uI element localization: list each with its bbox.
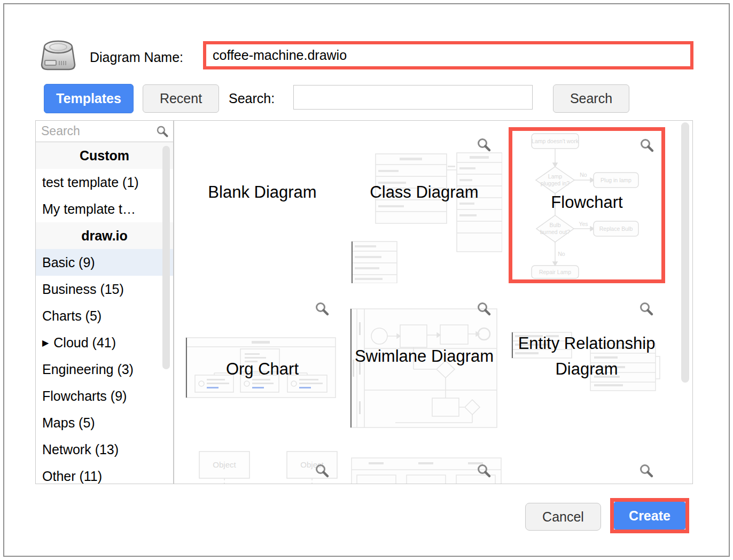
svg-text:Object: Object <box>213 460 236 469</box>
template-title: Class Diagram <box>346 180 502 205</box>
svg-text:No: No <box>580 172 587 178</box>
template-tile-blank-diagram[interactable]: Blank Diagram <box>184 127 340 283</box>
template-grid: Blank Diagram <box>174 120 693 484</box>
template-tile-partial-3[interactable] <box>509 450 665 484</box>
svg-text:No: No <box>558 251 565 257</box>
svg-text:burned out?: burned out? <box>540 229 570 235</box>
svg-text:Lamp: Lamp <box>548 173 562 180</box>
template-search-input[interactable] <box>293 85 533 110</box>
preview-zoom-icon[interactable] <box>639 301 654 316</box>
template-tile-partial-2[interactable] <box>346 450 502 484</box>
sidebar-list: Custom test template (1) My template t… … <box>36 142 173 484</box>
search-icon <box>156 125 169 138</box>
sidebar-item-engineering[interactable]: Engineering (3) <box>36 356 173 383</box>
svg-text:plugged in?: plugged in? <box>541 180 570 186</box>
preview-zoom-icon[interactable] <box>639 463 654 478</box>
sidebar-search-input[interactable] <box>36 121 173 142</box>
sidebar-item-label: Cloud (41) <box>53 335 116 350</box>
preview-zoom-icon[interactable] <box>477 301 492 316</box>
sidebar-item-test-template[interactable]: test template (1) <box>36 169 173 196</box>
annotation-highlight-name <box>203 41 693 69</box>
cancel-button[interactable]: Cancel <box>525 503 601 531</box>
template-tile-partial-1[interactable]: Object Object <box>184 450 340 484</box>
sidebar-header-drawio: draw.io <box>36 222 173 249</box>
template-title: Blank Diagram <box>184 180 340 205</box>
tab-templates[interactable]: Templates <box>44 84 134 113</box>
disk-drive-icon <box>37 35 79 73</box>
preview-zoom-icon[interactable] <box>477 137 492 152</box>
annotation-highlight-create: Create <box>610 498 689 533</box>
sidebar-item-business[interactable]: Business (15) <box>36 276 173 302</box>
sidebar-item-cloud[interactable]: ▶Cloud (41) <box>36 329 173 356</box>
template-title: Entity Relationship Diagram <box>509 331 665 382</box>
sidebar-header-custom: Custom <box>36 142 173 169</box>
template-tile-swimlane-diagram[interactable]: Swimlane Diagram <box>346 291 502 447</box>
template-grid-scrollbar-thumb[interactable] <box>681 122 689 383</box>
sidebar-item-other[interactable]: Other (11) <box>36 463 173 484</box>
svg-text:Plug in lamp: Plug in lamp <box>601 177 631 183</box>
diagram-name-label: Diagram Name: <box>90 48 183 66</box>
template-tile-org-chart[interactable]: Org Chart <box>184 291 340 447</box>
sidebar-item-maps[interactable]: Maps (5) <box>36 409 173 436</box>
svg-text:Yes: Yes <box>579 221 588 227</box>
sidebar-item-charts[interactable]: Charts (5) <box>36 302 173 329</box>
svg-text:Repair Lamp: Repair Lamp <box>539 269 571 275</box>
create-diagram-dialog: Diagram Name: Templates Recent Search: S… <box>0 0 733 560</box>
template-title: Org Chart <box>184 356 340 382</box>
sidebar-search-box <box>36 121 173 142</box>
create-button[interactable]: Create <box>614 502 685 530</box>
svg-text:Bulb: Bulb <box>549 222 560 228</box>
tab-recent[interactable]: Recent <box>143 84 219 113</box>
preview-zoom-icon[interactable] <box>315 463 330 478</box>
template-tile-class-diagram[interactable]: Class Diagram <box>346 127 502 283</box>
sidebar-item-network[interactable]: Network (13) <box>36 436 173 463</box>
template-tile-entity-relationship-diagram[interactable]: Entity Relationship Diagram <box>509 291 665 447</box>
template-title: Flowchart <box>512 190 661 215</box>
preview-zoom-icon[interactable] <box>315 301 330 316</box>
svg-text:Lamp doesn't work: Lamp doesn't work <box>532 138 579 144</box>
template-tile-flowchart[interactable]: Lamp doesn't work Lamp plugged in? No Pl… <box>509 127 665 283</box>
preview-zoom-icon[interactable] <box>640 138 654 153</box>
preview-zoom-icon[interactable] <box>477 463 492 478</box>
sidebar-scrollbar-thumb[interactable] <box>162 146 170 369</box>
sidebar-item-flowcharts[interactable]: Flowcharts (9) <box>36 383 173 409</box>
sidebar-item-basic[interactable]: Basic (9) <box>36 249 173 276</box>
expand-arrow-icon[interactable]: ▶ <box>42 338 49 347</box>
diagram-name-input[interactable] <box>206 44 690 66</box>
search-label: Search: <box>229 91 275 106</box>
template-category-sidebar: Custom test template (1) My template t… … <box>35 120 174 484</box>
template-title: Swimlane Diagram <box>346 344 502 369</box>
sidebar-item-my-template[interactable]: My template t… <box>36 196 173 222</box>
svg-text:Replace Bulb: Replace Bulb <box>599 225 633 232</box>
search-button[interactable]: Search <box>553 84 629 113</box>
